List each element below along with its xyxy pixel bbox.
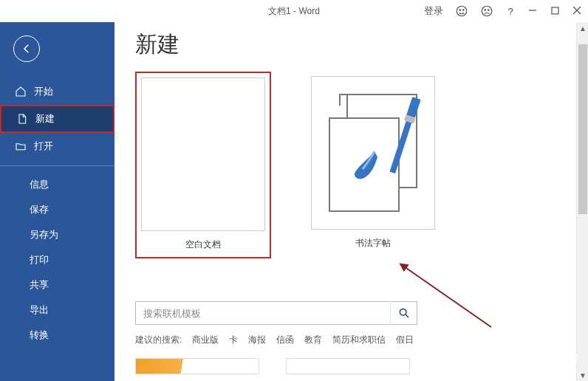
sidebar-item-share[interactable]: 共享	[0, 272, 114, 298]
template-preview-strip	[135, 358, 567, 374]
title-bar-controls: 登录 ?	[424, 4, 582, 18]
window-title: 文档1 - Word	[268, 5, 320, 18]
template-search-box	[135, 301, 417, 325]
sidebar-item-label: 开始	[34, 85, 53, 98]
sidebar-item-save[interactable]: 保存	[0, 197, 114, 222]
scroll-thumb[interactable]	[578, 44, 587, 214]
suggest-link[interactable]: 海报	[248, 334, 266, 346]
frown-icon[interactable]	[480, 4, 493, 18]
sidebar-item-export[interactable]: 导出	[0, 298, 114, 323]
svg-point-4	[485, 10, 486, 11]
back-button[interactable]	[13, 35, 40, 62]
brush-stroke-icon	[346, 147, 382, 182]
doc-name: 文档1	[268, 6, 291, 16]
calligraphy-thumb	[311, 76, 435, 230]
maximize-button[interactable]	[550, 6, 560, 17]
minimize-button[interactable]	[527, 6, 538, 17]
blank-doc-thumb	[141, 78, 265, 231]
scroll-down-icon[interactable]: ▼	[577, 369, 588, 381]
template-calligraphy-box: 书法字帖	[307, 72, 440, 258]
search-icon	[398, 307, 410, 319]
smile-icon[interactable]	[455, 4, 468, 18]
template-calligraphy[interactable]: 书法字帖	[311, 76, 435, 255]
app-name: Word	[298, 6, 319, 16]
svg-point-2	[463, 10, 465, 11]
home-icon	[15, 86, 27, 97]
preview-item[interactable]	[135, 358, 259, 374]
sidebar-separator	[0, 165, 114, 166]
suggest-link[interactable]: 教育	[304, 334, 322, 346]
sidebar-item-label: 打开	[34, 140, 53, 153]
close-button[interactable]	[572, 6, 582, 17]
template-gallery: 空白文档	[135, 72, 567, 258]
sidebar-item-new[interactable]: 新建	[0, 105, 114, 133]
sidebar-item-label: 新建	[35, 112, 55, 126]
scroll-up-icon[interactable]: ▲	[577, 22, 588, 34]
template-search-input[interactable]	[136, 308, 390, 319]
sidebar-item-open[interactable]: 打开	[0, 133, 114, 159]
svg-line-12	[406, 315, 408, 318]
main-panel: 新建 空白文档	[114, 22, 588, 381]
template-blank[interactable]: 空白文档	[141, 78, 265, 257]
backstage-sidebar: 开始 新建 打开 信息 保存 另存为 打印 共享 导出 转换	[0, 22, 114, 381]
svg-point-1	[459, 10, 461, 11]
sidebar-item-home[interactable]: 开始	[0, 78, 114, 105]
svg-point-0	[457, 6, 467, 16]
svg-point-3	[482, 6, 492, 16]
login-link[interactable]: 登录	[424, 4, 443, 18]
suggest-link[interactable]: 商业版	[192, 334, 219, 346]
suggest-link[interactable]: 简历和求职信	[332, 334, 386, 346]
folder-open-icon	[15, 140, 27, 152]
search-button[interactable]	[390, 301, 417, 325]
help-icon[interactable]: ?	[505, 6, 516, 17]
preview-item[interactable]	[286, 358, 410, 374]
svg-point-5	[488, 10, 490, 11]
svg-point-11	[400, 309, 406, 315]
title-bar: 文档1 - Word 登录 ?	[0, 0, 588, 22]
sidebar-item-info[interactable]: 信息	[0, 172, 114, 197]
suggest-label: 建议的搜索:	[135, 334, 182, 346]
page-title: 新建	[135, 30, 567, 60]
vertical-scrollbar[interactable]: ▲ ▼	[576, 22, 588, 381]
suggest-link[interactable]: 假日	[396, 334, 414, 346]
sidebar-item-transform[interactable]: 转换	[0, 323, 114, 348]
suggest-link[interactable]: 信函	[276, 334, 294, 346]
suggest-link[interactable]: 卡	[229, 334, 238, 346]
sidebar-item-saveas[interactable]: 另存为	[0, 222, 114, 247]
template-label: 书法字帖	[355, 237, 391, 250]
new-doc-icon	[16, 113, 28, 125]
svg-rect-7	[552, 7, 558, 14]
search-section: 建议的搜索: 商业版 卡 海报 信函 教育 简历和求职信 假日	[135, 301, 567, 374]
template-blank-highlighted: 空白文档	[135, 72, 271, 258]
sidebar-item-print[interactable]: 打印	[0, 247, 114, 272]
suggested-searches: 建议的搜索: 商业版 卡 海报 信函 教育 简历和求职信 假日	[135, 334, 567, 346]
template-label: 空白文档	[185, 238, 221, 251]
